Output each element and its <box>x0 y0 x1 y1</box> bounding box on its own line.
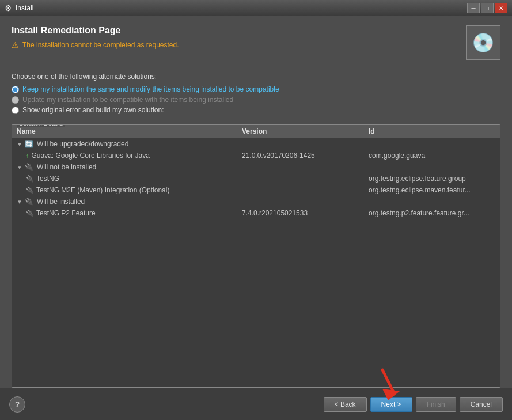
cancel-button[interactable]: Cancel <box>460 397 503 412</box>
expand-icon-2: ▼ <box>17 164 22 171</box>
solution-details: Solution Details Name Version Id ▼ 🔄 Wil… <box>12 124 500 388</box>
options-section: Choose one of the following alternate so… <box>12 73 500 116</box>
list-item: ↑ Guava: Google Core Libraries for Java … <box>12 150 500 161</box>
radio-label-3: Show original error and build my own sol… <box>22 106 164 114</box>
group1-id <box>369 140 495 148</box>
expand-icon-3: ▼ <box>17 199 22 205</box>
radio-input-1[interactable] <box>12 86 19 93</box>
title-bar-buttons: ─ □ ✕ <box>467 3 507 13</box>
group-icon-1: 🔄 <box>25 140 33 148</box>
back-button[interactable]: < Back <box>324 397 367 412</box>
maximize-button[interactable]: □ <box>481 3 494 13</box>
item-testng-version <box>242 175 369 183</box>
window: ⚙ Install ─ □ ✕ Install Remediation Page… <box>0 0 512 420</box>
col-version: Version <box>242 127 369 135</box>
options-label: Choose one of the following alternate so… <box>12 73 500 81</box>
item-testng-m2e-version <box>242 186 369 194</box>
arrow-indicator <box>371 367 405 406</box>
help-button[interactable]: ? <box>9 396 25 413</box>
footer: ? < Back Next > Finish Cancel <box>0 388 512 420</box>
group-icon-2: 🔌 <box>25 163 33 171</box>
svg-marker-1 <box>382 389 400 400</box>
group3-version <box>242 198 369 206</box>
page-title: Install Remediation Page <box>12 25 466 36</box>
finish-button: Finish <box>416 397 456 412</box>
warning-icon: ⚠ <box>12 40 19 50</box>
close-button[interactable]: ✕ <box>495 3 507 13</box>
solution-details-legend: Solution Details <box>17 124 65 127</box>
header-icon-box: 💿 <box>466 25 500 60</box>
radio-label-2: Update my installation to be compatible … <box>22 96 233 104</box>
main-content: Install Remediation Page ⚠ The installat… <box>0 16 512 388</box>
group-label-3: Will be installed <box>37 198 85 206</box>
expand-icon-1: ▼ <box>17 141 22 147</box>
plugin-icon-2: 🔌 <box>26 187 34 194</box>
window-title: Install <box>16 4 467 12</box>
radio-input-2 <box>12 96 19 104</box>
item-p2-version: 7.4.0.r202105021533 <box>242 209 369 217</box>
group1-version <box>242 140 369 148</box>
group-will-install[interactable]: ▼ 🔌 Will be installed <box>12 196 500 207</box>
plugin-icon-1: 🔌 <box>26 175 34 183</box>
item-testng-id: org.testng.eclipse.feature.group <box>369 175 495 183</box>
window-icon: ⚙ <box>5 3 12 13</box>
group-label-2: Will not be installed <box>37 163 96 171</box>
radio-input-3[interactable] <box>12 107 19 114</box>
radio-label-1: Keep my installation the same and modify… <box>22 85 279 93</box>
item-p2-name: TestNG P2 Feature <box>36 209 96 217</box>
col-id: Id <box>369 127 495 135</box>
list-item: 🔌 TestNG P2 Feature 7.4.0.r202105021533 … <box>12 207 500 219</box>
plugin-icon-3: 🔌 <box>26 210 34 217</box>
list-item: 🔌 TestNG M2E (Maven) Integration (Option… <box>12 184 500 196</box>
title-bar: ⚙ Install ─ □ ✕ <box>0 0 512 16</box>
radio-option-2[interactable]: Update my installation to be compatible … <box>12 96 500 104</box>
group-label-1: Will be upgraded/downgraded <box>37 140 128 148</box>
item-testng-m2e-id: org.testng.eclipse.maven.featur... <box>369 186 495 194</box>
item-guava-version: 21.0.0.v20170206-1425 <box>242 152 369 160</box>
col-name: Name <box>17 127 242 135</box>
warning-bar: ⚠ The installation cannot be completed a… <box>12 40 466 50</box>
radio-option-3[interactable]: Show original error and build my own sol… <box>12 106 500 114</box>
item-testng-name: TestNG <box>36 175 59 183</box>
table-header: Name Version Id <box>12 125 500 138</box>
item-guava-id: com.google.guava <box>369 152 495 160</box>
group2-id <box>369 163 495 171</box>
group-upgraded[interactable]: ▼ 🔄 Will be upgraded/downgraded <box>12 138 500 150</box>
footer-buttons: < Back Next > Finish Cancel <box>324 397 503 412</box>
item-p2-id: org.testng.p2.feature.feature.gr... <box>369 209 495 217</box>
warning-text: The installation cannot be completed as … <box>22 41 179 49</box>
minimize-button[interactable]: ─ <box>467 3 480 13</box>
group-icon-3: 🔌 <box>25 198 33 206</box>
group3-id <box>369 198 495 206</box>
group-not-installed[interactable]: ▼ 🔌 Will not be installed <box>12 161 500 173</box>
item-guava-name: Guava: Google Core Libraries for Java <box>32 152 150 160</box>
list-item: 🔌 TestNG org.testng.eclipse.feature.grou… <box>12 173 500 184</box>
upgrade-icon: ↑ <box>26 152 29 159</box>
header-left: Install Remediation Page ⚠ The installat… <box>12 25 466 50</box>
item-testng-m2e-name: TestNG M2E (Maven) Integration (Optional… <box>36 186 169 194</box>
group2-version <box>242 163 369 171</box>
table-body[interactable]: ▼ 🔄 Will be upgraded/downgraded ↑ Guava:… <box>12 138 500 387</box>
header-section: Install Remediation Page ⚠ The installat… <box>12 25 500 60</box>
radio-option-1[interactable]: Keep my installation the same and modify… <box>12 85 500 93</box>
cd-icon: 💿 <box>472 32 495 54</box>
